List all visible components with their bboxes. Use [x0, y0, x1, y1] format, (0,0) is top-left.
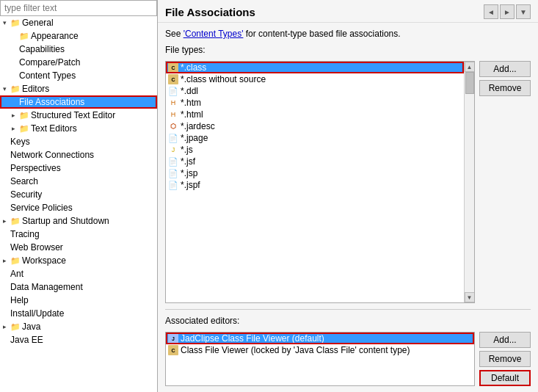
nav-back-button[interactable]: ◄ — [484, 4, 498, 19]
folder-icon: 📁 — [19, 31, 29, 41]
file-types-scrollbar: ▲ ▼ — [464, 62, 474, 302]
file-type-item-jpage[interactable]: 📄*.jpage — [166, 132, 464, 144]
associated-editors-list[interactable]: JJadClipse Class File Viewer (default)CC… — [166, 333, 474, 385]
associated-editor-item-class-viewer[interactable]: CClass File Viewer (locked by 'Java Clas… — [166, 344, 474, 356]
file-type-label: *.jsf — [181, 156, 195, 167]
tree-label: Java — [22, 322, 40, 332]
folder-icon: 📁 — [10, 255, 21, 266]
scroll-up-arrow[interactable]: ▲ — [465, 62, 475, 72]
file-type-item-jsf[interactable]: 📄*.jsf — [166, 156, 464, 167]
tree-item-text-editors[interactable]: 📁Text Editors — [0, 122, 157, 135]
tree-label: Java EE — [10, 335, 43, 345]
arrow-closed — [12, 125, 19, 132]
tree-item-java-ee[interactable]: Java EE — [0, 333, 157, 346]
file-type-label: *.jardesc — [181, 121, 215, 131]
js-icon: J — [168, 145, 178, 155]
page-title: File Associations — [165, 6, 255, 18]
scroll-track — [465, 72, 475, 292]
nav-buttons: ◄ ► ▼ — [484, 4, 531, 19]
tree-label: Network Connections — [10, 150, 94, 160]
file-type-item-jsp[interactable]: 📄*.jsp — [166, 167, 464, 179]
tree-item-help[interactable]: Help — [0, 294, 157, 307]
tree-label: Search — [10, 176, 38, 186]
html-icon: H — [168, 109, 178, 120]
tree-item-java[interactable]: 📁Java — [0, 320, 157, 333]
tree-label: Content Types — [19, 70, 76, 81]
associated-editors-list-wrapper: JJadClipse Class File Viewer (default)CC… — [165, 332, 475, 386]
tree-label: File Associations — [19, 97, 84, 107]
file-type-label: *.class — [181, 62, 206, 73]
file-types-label: File types: — [165, 45, 531, 55]
file-types-area: C*.classC*.class without source📄*.ddlH*.… — [165, 61, 531, 303]
tree-item-perspectives[interactable]: Perspectives — [0, 161, 157, 175]
file-type-item-class[interactable]: C*.class — [166, 62, 464, 73]
nav-forward-button[interactable]: ► — [500, 4, 515, 19]
arrow-closed — [3, 217, 10, 225]
file-icon: 📄 — [168, 168, 178, 178]
assoc-editors-default-button[interactable]: Default — [479, 370, 531, 386]
tree-item-appearance[interactable]: 📁Appearance — [0, 29, 157, 43]
tree-item-compare-patch[interactable]: Compare/Patch — [0, 56, 157, 69]
tree-item-workspace[interactable]: 📁Workspace — [0, 254, 157, 267]
file-icon: 📄 — [168, 86, 178, 96]
associated-editors-area: JJadClipse Class File Viewer (default)CC… — [165, 332, 531, 386]
file-type-item-html[interactable]: H*.html — [166, 109, 464, 120]
file-type-item-ddl[interactable]: 📄*.ddl — [166, 85, 464, 97]
tree-label: Install/Update — [10, 308, 64, 319]
file-type-item-jardesc[interactable]: ⬡*.jardesc — [166, 120, 464, 132]
folder-icon: 📁 — [10, 322, 21, 332]
scroll-down-arrow[interactable]: ▼ — [465, 292, 475, 302]
tree-item-security[interactable]: Security — [0, 188, 157, 201]
arrow-closed — [3, 323, 10, 330]
tree-item-install-update[interactable]: Install/Update — [0, 307, 157, 320]
tree-item-general[interactable]: 📁General — [0, 16, 157, 29]
tree-item-startup-shutdown[interactable]: 📁Startup and Shutdown — [0, 214, 157, 228]
tree-item-tracing[interactable]: Tracing — [0, 228, 157, 241]
html-icon: H — [168, 98, 178, 108]
arrow-closed — [3, 257, 10, 264]
file-type-label: *.class without source — [181, 74, 266, 84]
scroll-thumb[interactable] — [465, 72, 474, 94]
class-icon: C — [168, 74, 178, 84]
filter-input[interactable] — [0, 0, 157, 16]
file-type-item-js[interactable]: J*.js — [166, 144, 464, 156]
tree-item-file-associations[interactable]: File Associations — [0, 95, 157, 109]
tree-item-service-policies[interactable]: Service Policies — [0, 201, 157, 214]
file-types-list[interactable]: C*.classC*.class without source📄*.ddlH*.… — [166, 62, 464, 302]
file-types-add-button[interactable]: Add... — [479, 61, 531, 77]
tree-item-ant[interactable]: Ant — [0, 267, 157, 280]
divider — [165, 309, 531, 310]
file-type-item-class-nosource[interactable]: C*.class without source — [166, 73, 464, 85]
jad-icon: J — [168, 333, 178, 344]
file-types-buttons: Add... Remove — [479, 61, 531, 303]
file-type-label: *.jsp — [181, 168, 197, 178]
tree-item-search[interactable]: Search — [0, 175, 157, 188]
file-types-remove-button[interactable]: Remove — [479, 80, 531, 96]
tree-label: Keys — [10, 137, 30, 147]
tree-item-data-management[interactable]: Data Management — [0, 280, 157, 294]
file-type-item-jspf[interactable]: 📄*.jspf — [166, 179, 464, 191]
file-type-label: *.html — [181, 109, 203, 120]
tree-label: Ant — [10, 269, 23, 279]
nav-dropdown-button[interactable]: ▼ — [516, 4, 531, 19]
left-panel: 📁General📁AppearanceCapabilitiesCompare/P… — [0, 0, 158, 392]
tree-item-structured-text-editor[interactable]: 📁Structured Text Editor — [0, 109, 157, 122]
tree-item-network-connections[interactable]: Network Connections — [0, 148, 157, 161]
file-types-list-wrapper: C*.classC*.class without source📄*.ddlH*.… — [165, 61, 475, 303]
assoc-editors-add-button[interactable]: Add... — [479, 332, 531, 348]
tree-item-content-types[interactable]: Content Types — [0, 69, 157, 82]
tree-item-capabilities[interactable]: Capabilities — [0, 43, 157, 56]
content-types-link[interactable]: 'Content Types' — [183, 29, 244, 39]
file-type-label: *.htm — [181, 98, 201, 108]
assoc-editors-remove-button[interactable]: Remove — [479, 351, 531, 367]
tree-item-web-browser[interactable]: Web Browser — [0, 241, 157, 254]
tree-item-editors[interactable]: 📁Editors — [0, 82, 157, 95]
jar-icon: ⬡ — [168, 121, 178, 131]
tree-item-keys[interactable]: Keys — [0, 135, 157, 148]
description-text: See 'Content Types' for content-type bas… — [165, 29, 531, 39]
file-type-item-htm[interactable]: H*.htm — [166, 97, 464, 109]
right-content: See 'Content Types' for content-type bas… — [158, 23, 538, 392]
tree-label: Capabilities — [19, 44, 65, 54]
associated-editor-item-jadclipse[interactable]: JJadClipse Class File Viewer (default) — [166, 333, 474, 344]
tree-label: Help — [10, 295, 29, 305]
